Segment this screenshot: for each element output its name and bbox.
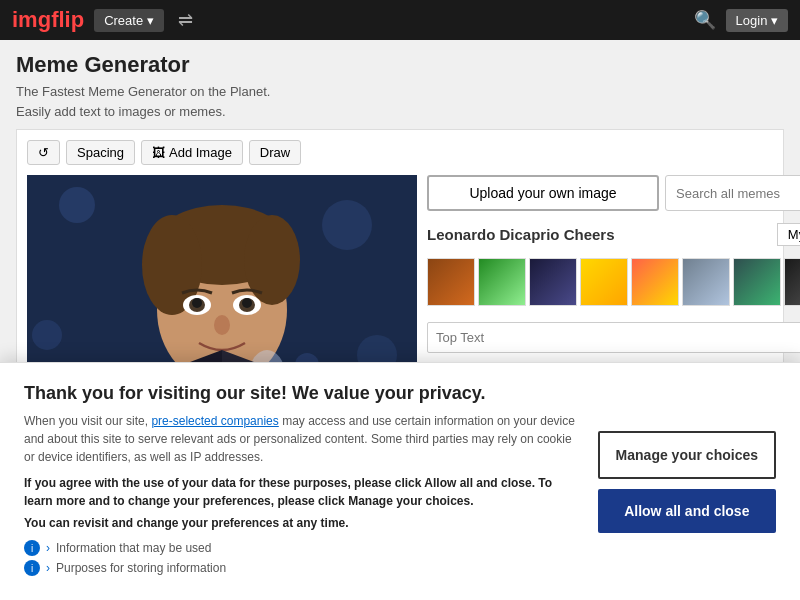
template-row: Leonardo Dicaprio Cheers My Popular (427, 223, 800, 246)
tab-group: My Popular (777, 223, 800, 246)
thumbnail-item[interactable] (529, 258, 577, 306)
svg-point-4 (32, 320, 62, 350)
logo: imgflip (12, 7, 84, 33)
draw-label: Draw (260, 145, 290, 160)
privacy-buttons: Manage your choices Allow all and close (598, 383, 776, 446)
create-button[interactable]: Create ▾ (94, 9, 164, 32)
svg-point-18 (214, 315, 230, 335)
privacy-description: When you visit our site, pre-selected co… (24, 412, 578, 446)
thumbnail-item[interactable] (478, 258, 526, 306)
thumbnail-item[interactable] (427, 258, 475, 306)
image-icon: 🖼 (152, 145, 165, 160)
toolbar: ↺ Spacing 🖼 Add Image Draw (27, 140, 773, 165)
upload-image-button[interactable]: Upload your own image (427, 175, 659, 211)
svg-point-17 (242, 298, 252, 308)
svg-point-1 (59, 187, 95, 223)
privacy-text-block: Thank you for visiting our site! We valu… (24, 383, 578, 446)
top-text-row: ⚙ (427, 322, 800, 353)
header: imgflip Create ▾ ⇌ 🔍 Login ▾ (0, 0, 800, 40)
privacy-overlay: Thank you for visiting our site! We valu… (0, 362, 800, 446)
svg-point-2 (322, 200, 372, 250)
thumbnail-item[interactable] (784, 258, 800, 306)
thumbnails-row (427, 258, 800, 308)
manage-choices-button[interactable]: Manage your choices (598, 431, 776, 447)
logo-flip-part: flip (51, 7, 84, 32)
chevron-down-icon: ▾ (147, 13, 154, 28)
shuffle-icon[interactable]: ⇌ (178, 9, 193, 31)
refresh-icon: ↺ (38, 145, 49, 160)
page-subtitle: The Fastest Meme Generator on the Planet… (16, 82, 784, 121)
pre-selected-companies-link[interactable]: pre-selected companies (151, 414, 278, 428)
create-label: Create (104, 13, 143, 28)
thumbnail-item[interactable] (682, 258, 730, 306)
template-name: Leonardo Dicaprio Cheers (427, 226, 615, 243)
privacy-content: Thank you for visiting our site! We valu… (24, 383, 776, 446)
spacing-button[interactable]: Spacing (66, 140, 135, 165)
page-title: Meme Generator (16, 52, 784, 78)
action-row: Upload your own image (427, 175, 800, 211)
subtitle-line2: Easily add text to images or memes. (16, 102, 784, 122)
refresh-button[interactable]: ↺ (27, 140, 60, 165)
thumbnail-item[interactable] (580, 258, 628, 306)
privacy-title: Thank you for visiting our site! We valu… (24, 383, 578, 404)
search-icon[interactable]: 🔍 (694, 9, 716, 31)
svg-point-16 (192, 298, 202, 308)
logo-img-part: img (12, 7, 51, 32)
draw-button[interactable]: Draw (249, 140, 301, 165)
tab-my[interactable]: My (777, 223, 800, 246)
thumbnail-item[interactable] (631, 258, 679, 306)
search-memes-input[interactable] (665, 175, 800, 211)
spacing-label: Spacing (77, 145, 124, 160)
login-button[interactable]: Login ▾ (726, 9, 788, 32)
subtitle-line1: The Fastest Meme Generator on the Planet… (16, 82, 784, 102)
top-text-input[interactable] (427, 322, 800, 353)
add-image-label: Add Image (169, 145, 232, 160)
thumbnail-item[interactable] (733, 258, 781, 306)
add-image-button[interactable]: 🖼 Add Image (141, 140, 243, 165)
